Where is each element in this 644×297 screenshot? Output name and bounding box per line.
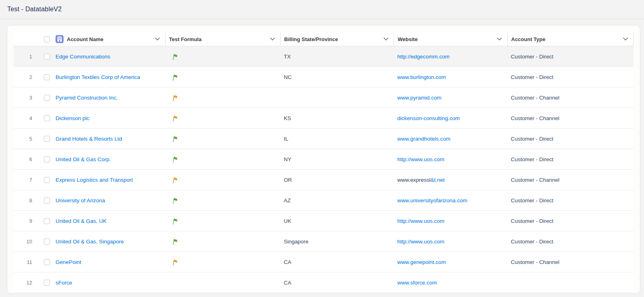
select-all-cell (38, 32, 56, 46)
website-link[interactable]: www.burlington.com (397, 74, 446, 80)
account-name-link[interactable]: Dickenson plc (56, 115, 89, 121)
chevron-down-icon[interactable] (497, 37, 502, 41)
column-header-test-formula[interactable]: Test Formula (165, 32, 280, 46)
account-name-link[interactable]: Burlington Textiles Corp of America (56, 74, 140, 80)
row-number: 5 (14, 136, 38, 142)
website-link[interactable]: http://www.uos.com (397, 218, 444, 224)
checkbox-cell (38, 115, 56, 121)
column-label-test-formula: Test Formula (169, 36, 202, 42)
checkbox-cell (38, 95, 56, 101)
checkbox-cell (38, 54, 56, 60)
account-name-link[interactable]: GenePoint (56, 259, 81, 265)
row-checkbox[interactable] (44, 197, 50, 204)
table-row: 3 Pyramid Construction Inc. www.pyramid.… (14, 87, 634, 108)
row-checkbox[interactable] (44, 218, 50, 224)
chevron-down-icon[interactable] (384, 37, 388, 41)
column-header-account-type[interactable]: Account Type (507, 32, 634, 46)
website-cell: www.universityofarizona.com (394, 197, 507, 204)
account-type: Customer - Direct (507, 136, 634, 142)
website-link[interactable]: dickenson-consulting.com (397, 115, 460, 121)
website-text-blue: &t.net (431, 177, 445, 183)
account-name-link[interactable]: United Oil & Gas, Singapore (56, 239, 124, 245)
website-link[interactable]: http://www.uos.com (397, 239, 444, 245)
flag-icon (165, 258, 280, 266)
column-header-account-name[interactable]: Account Name (56, 32, 165, 46)
row-number: 4 (14, 115, 38, 121)
account-name-link[interactable]: Pyramid Construction Inc. (56, 95, 118, 101)
website-link[interactable]: www.genepoint.com (397, 259, 446, 265)
website-cell: http://www.uos.com (394, 218, 507, 224)
row-number: 6 (14, 156, 38, 162)
row-checkbox[interactable] (44, 156, 50, 162)
account-name-link[interactable]: University of Arizona (56, 197, 105, 204)
row-checkbox[interactable] (44, 74, 50, 80)
account-name-link[interactable]: Grand Hotels & Resorts Ltd (56, 136, 122, 142)
row-number: 9 (14, 218, 38, 224)
column-label-website: Website (398, 36, 418, 42)
account-name-link[interactable]: Edge Communications (56, 54, 110, 60)
website-link[interactable]: http://www.uos.com (397, 156, 444, 162)
flag-icon (165, 156, 280, 163)
account-name-link[interactable]: United Oil & Gas, UK (56, 218, 107, 224)
account-name-cell: Edge Communications (56, 54, 165, 60)
row-checkbox[interactable] (44, 115, 50, 121)
account-name-cell: United Oil & Gas, Singapore (56, 239, 165, 245)
checkbox-cell (38, 177, 56, 183)
billing-state: OR (280, 177, 394, 183)
table-row: 7 Express Logistics and Transport OR www… (14, 170, 634, 190)
table-row: 5 Grand Hotels & Resorts Ltd IL www.gran… (14, 129, 634, 149)
account-type: Customer - Direct (507, 197, 634, 204)
account-type: Customer - Direct (507, 156, 634, 162)
billing-state: AZ (280, 197, 394, 204)
chevron-down-icon[interactable] (270, 37, 275, 41)
row-checkbox[interactable] (44, 177, 50, 183)
checkbox-cell (38, 74, 56, 80)
website-text-dark: www.expressl (397, 177, 431, 183)
header-number-cell (14, 32, 38, 46)
account-type: Customer - Channel (507, 177, 634, 183)
datatable: Account Name Test Formula Billing State/… (14, 32, 634, 293)
row-checkbox[interactable] (44, 54, 50, 60)
website-link[interactable]: www.grandhotels.com (397, 136, 450, 142)
website-cell: http://www.uos.com (394, 239, 507, 245)
row-checkbox[interactable] (44, 136, 50, 142)
flag-icon (165, 114, 280, 122)
table-row: 12 sForce CA www.sforce.com (14, 272, 634, 293)
website-link[interactable]: www.universityofarizona.com (397, 197, 467, 204)
row-checkbox[interactable] (44, 239, 50, 245)
chevron-down-icon[interactable] (623, 37, 628, 41)
billing-state: CA (280, 280, 394, 286)
row-checkbox[interactable] (44, 280, 50, 286)
column-header-website[interactable]: Website (394, 32, 507, 46)
row-number: 3 (14, 95, 38, 101)
account-name-link[interactable]: United Oil & Gas Corp. (56, 156, 111, 162)
website-cell: www.grandhotels.com (394, 136, 507, 142)
website-link[interactable]: http://edgecomm.com (397, 54, 450, 60)
table-row: 2 Burlington Textiles Corp of America NC… (14, 67, 634, 87)
checkbox-cell (38, 197, 56, 204)
website-link[interactable]: www.expressl&t.net (397, 177, 445, 183)
account-type: Customer - Direct (507, 74, 634, 80)
flag-icon (165, 197, 280, 204)
account-name-link[interactable]: sForce (56, 280, 72, 286)
account-name-cell: GenePoint (56, 259, 165, 265)
account-type: Customer - Direct (507, 54, 634, 60)
flag-icon (165, 176, 280, 184)
page-title: Test - DatatableV2 (7, 6, 62, 13)
account-name-link[interactable]: Express Logistics and Transport (56, 177, 133, 183)
column-header-billing-state[interactable]: Billing State/Province (280, 32, 394, 46)
website-link[interactable]: www.sforce.com (397, 280, 437, 286)
row-number: 11 (14, 259, 38, 265)
chevron-down-icon[interactable] (155, 37, 160, 41)
row-checkbox[interactable] (44, 259, 50, 265)
checkbox-cell (38, 156, 56, 162)
table-header-row: Account Name Test Formula Billing State/… (14, 32, 634, 46)
account-object-icon (56, 35, 64, 43)
table-row: 9 United Oil & Gas, UK UK http://www.uos… (14, 211, 634, 231)
website-link[interactable]: www.pyramid.com (397, 95, 442, 101)
row-checkbox[interactable] (44, 95, 50, 101)
website-cell: dickenson-consulting.com (394, 115, 507, 121)
account-name-cell: Grand Hotels & Resorts Ltd (56, 136, 165, 142)
account-name-cell: Pyramid Construction Inc. (56, 95, 165, 101)
select-all-checkbox[interactable] (44, 36, 50, 42)
